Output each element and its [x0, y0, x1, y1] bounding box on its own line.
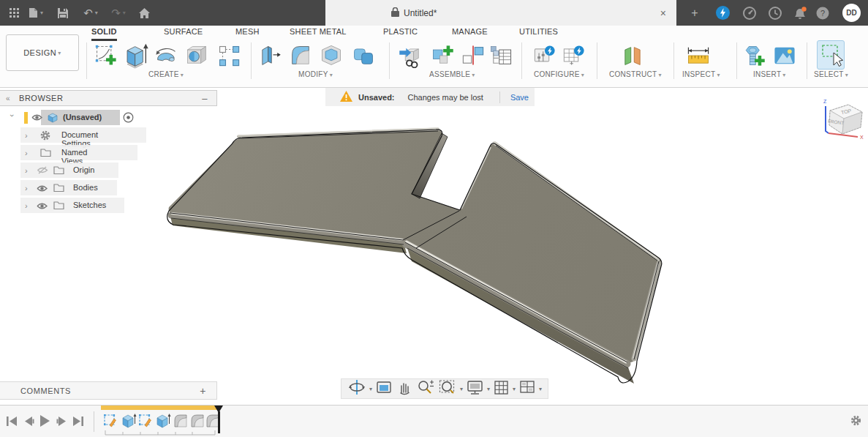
extrude-icon[interactable]	[121, 42, 151, 71]
tab-utilities[interactable]: UTILITIES	[519, 27, 558, 39]
save-icon[interactable]	[54, 0, 72, 26]
configuration-table-icon[interactable]	[562, 43, 586, 68]
avatar[interactable]: DD	[842, 4, 861, 22]
eye-off-icon[interactable]	[37, 165, 48, 176]
tree-label-root[interactable]: (Unsaved)	[63, 113, 102, 122]
file-new-icon[interactable]: ▾	[25, 0, 47, 26]
measure-icon[interactable]	[686, 43, 711, 68]
press-pull-icon[interactable]	[257, 43, 282, 68]
timeline-fillet1-icon[interactable]	[173, 412, 189, 430]
group-select[interactable]: SELECT▾	[814, 70, 848, 78]
minimize-panel-icon[interactable]: –	[202, 93, 208, 104]
tree-label[interactable]: Bodies	[73, 183, 98, 192]
group-construct[interactable]: CONSTRUCT▾	[609, 70, 662, 78]
select-window-icon[interactable]	[817, 40, 845, 70]
eye-icon[interactable]	[37, 201, 48, 212]
job-status-icon[interactable]	[714, 0, 731, 26]
redo-icon[interactable]: ↷ ▾	[107, 0, 130, 26]
app-grid-icon[interactable]	[4, 0, 23, 26]
tab-mesh[interactable]: MESH	[235, 27, 260, 39]
caret-down-icon[interactable]: ▾	[513, 386, 516, 392]
timeline-extrude1-icon[interactable]	[121, 412, 137, 430]
group-configure[interactable]: CONFIGURE▾	[534, 70, 584, 78]
document-tab[interactable]: Untitled* ×	[325, 0, 676, 26]
configuration-icon[interactable]	[532, 43, 557, 68]
create-sketch-icon[interactable]	[94, 43, 118, 68]
revolve-icon[interactable]	[154, 43, 178, 68]
chevron-right-icon[interactable]: ›	[25, 166, 32, 175]
hole-icon[interactable]	[184, 43, 209, 68]
collapse-panel-icon[interactable]: «	[6, 94, 10, 102]
pattern-icon[interactable]	[216, 43, 241, 68]
timeline-sketch1-icon[interactable]	[103, 412, 119, 430]
combine-icon[interactable]	[351, 43, 376, 68]
undo-icon[interactable]: ↶ ▾	[79, 0, 102, 26]
eye-icon[interactable]	[37, 184, 48, 195]
chevron-down-icon[interactable]: ›	[8, 114, 17, 122]
orbit-icon[interactable]	[348, 379, 366, 398]
display-settings-icon[interactable]	[467, 380, 483, 398]
shell-icon[interactable]	[319, 43, 344, 68]
extensions-icon[interactable]	[741, 0, 758, 26]
group-inspect[interactable]: INSPECT▾	[682, 70, 720, 78]
tree-label[interactable]: Sketches	[73, 201, 106, 209]
go-to-start-icon[interactable]	[6, 416, 18, 430]
save-button[interactable]: Save	[510, 93, 529, 102]
step-forward-icon[interactable]	[56, 416, 67, 430]
timeline-settings-gear-icon[interactable]	[850, 414, 862, 430]
caret-down-icon[interactable]: ▾	[487, 386, 490, 392]
help-icon[interactable]: ?	[814, 0, 831, 26]
group-assemble[interactable]: ASSEMBLE▾	[429, 70, 475, 78]
go-to-end-icon[interactable]	[72, 416, 84, 430]
group-insert[interactable]: INSERT▾	[753, 70, 786, 78]
tab-solid[interactable]: SOLID	[91, 27, 117, 41]
insert-fastener-icon[interactable]	[741, 43, 766, 68]
timeline-fillet2-icon[interactable]	[189, 412, 205, 430]
chevron-right-icon[interactable]: ›	[25, 184, 32, 193]
fillet-icon[interactable]	[288, 43, 313, 68]
look-at-icon[interactable]	[376, 380, 392, 397]
pan-icon[interactable]	[396, 379, 412, 398]
bom-icon[interactable]	[488, 43, 513, 68]
chevron-right-icon[interactable]: ›	[25, 131, 32, 140]
notifications-icon[interactable]	[790, 0, 808, 26]
tree-label[interactable]: Origin	[73, 165, 94, 174]
close-icon[interactable]: ×	[660, 7, 666, 19]
insert-derive-icon[interactable]	[398, 43, 423, 68]
joint-icon[interactable]	[461, 43, 486, 68]
insert-canvas-icon[interactable]	[772, 43, 797, 68]
tab-sheet-metal[interactable]: SHEET METAL	[290, 27, 347, 39]
timeline-sketch2-icon[interactable]	[138, 412, 154, 430]
new-component-icon[interactable]	[430, 43, 455, 68]
caret-down-icon[interactable]: ▾	[460, 386, 463, 392]
chevron-right-icon[interactable]: ›	[25, 149, 32, 157]
zoom-icon[interactable]	[417, 379, 434, 398]
tab-manage[interactable]: MANAGE	[452, 27, 488, 39]
workspace-selector[interactable]: DESIGN ▾	[6, 34, 79, 71]
comments-panel[interactable]: COMMENTS +	[0, 381, 217, 400]
tab-plastic[interactable]: PLASTIC	[383, 27, 418, 39]
grid-icon[interactable]	[494, 380, 509, 398]
activate-component-icon[interactable]	[123, 112, 134, 124]
home-icon[interactable]	[135, 0, 154, 26]
play-icon[interactable]	[39, 414, 51, 430]
add-comment-icon[interactable]: +	[200, 385, 206, 397]
timeline-rollback-bar[interactable]	[101, 406, 218, 410]
browser-title: BROWSER	[19, 94, 63, 102]
chevron-right-icon[interactable]: ›	[25, 201, 32, 210]
tab-surface[interactable]: SURFACE	[164, 27, 203, 39]
step-back-icon[interactable]	[23, 416, 34, 430]
timeline-extrude2-icon[interactable]	[155, 412, 171, 430]
group-create[interactable]: CREATE▾	[148, 70, 184, 78]
history-icon[interactable]	[766, 0, 784, 26]
view-cube[interactable]: TOP FRONT Z X	[814, 96, 867, 143]
construction-plane-icon[interactable]	[620, 43, 645, 68]
new-tab-icon[interactable]: +	[686, 0, 703, 26]
group-modify[interactable]: MODIFY▾	[298, 70, 333, 78]
caret-down-icon[interactable]: ▾	[539, 386, 542, 392]
eye-icon[interactable]	[31, 113, 42, 124]
caret-down-icon[interactable]: ▾	[369, 386, 372, 392]
fit-icon[interactable]	[439, 379, 456, 398]
viewports-icon[interactable]	[519, 380, 535, 397]
timeline-position-marker[interactable]	[214, 406, 224, 433]
